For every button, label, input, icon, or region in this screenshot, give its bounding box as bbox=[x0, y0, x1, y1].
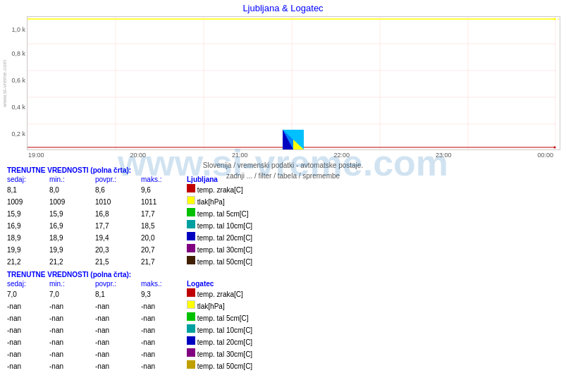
s2-row-6: -nan -nan -nan -nan temp. tal 30cm[C] bbox=[7, 348, 559, 360]
color-s2r4 bbox=[187, 324, 195, 333]
color-s1r2 bbox=[187, 196, 195, 204]
x-label-0000: 00:00 bbox=[537, 152, 553, 159]
s2-row-1: 7,0 7,0 8,1 9,3 temp. zraka[C] bbox=[7, 288, 559, 300]
y-label-2: 0,8 k bbox=[11, 50, 25, 57]
color-s2r7 bbox=[187, 360, 195, 369]
color-s1r7 bbox=[187, 256, 195, 264]
y-label-5: 0,2 k bbox=[11, 130, 25, 137]
color-s1r1 bbox=[187, 184, 195, 192]
y-label-3: 0,6 k bbox=[11, 77, 25, 84]
y-label-1: 1,0 k bbox=[11, 26, 25, 33]
s1-row-2: 1009 1009 1010 1011 tlak[hPa] bbox=[7, 196, 559, 208]
chart-title: Ljubljana & Logatec bbox=[0, 0, 566, 13]
section2-title: TRENUTNE VREDNOSTI (polna črta): bbox=[7, 271, 559, 278]
x-axis: 19:00 20:00 21:00 22:00 23:00 00:00 bbox=[28, 150, 559, 159]
x-label-2000: 20:00 bbox=[130, 152, 146, 159]
color-s1r3 bbox=[187, 208, 195, 216]
s1-row-4: 16,9 16,9 17,7 18,5 temp. tal 10cm[C] bbox=[7, 220, 559, 232]
s1-row-3: 15,9 15,9 16,8 17,7 temp. tal 5cm[C] bbox=[7, 208, 559, 220]
s1-row-7: 21,2 21,2 21,5 21,7 temp. tal 50cm[C] bbox=[7, 256, 559, 268]
s2-row-7: -nan -nan -nan -nan temp. tal 50cm[C] bbox=[7, 360, 559, 372]
s2-row-3: -nan -nan -nan -nan temp. tal 5cm[C] bbox=[7, 312, 559, 324]
section2-header: sedaj: min.: povpr.: maks.: Logatec bbox=[7, 280, 559, 288]
color-s2r6 bbox=[187, 348, 195, 357]
s2-row-4: -nan -nan -nan -nan temp. tal 10cm[C] bbox=[7, 324, 559, 336]
x-label-2200: 22:00 bbox=[333, 152, 350, 159]
svg-point-20 bbox=[554, 18, 556, 20]
title-logatec: Logatec bbox=[290, 3, 323, 13]
subtitle-line1: Slovenija / vremenski podatki - avtomats… bbox=[0, 160, 566, 171]
color-s2r2 bbox=[187, 300, 195, 309]
s1-row-6: 19,9 19,9 20,3 20,7 temp. tal 30cm[C] bbox=[7, 244, 559, 256]
subtitle: Slovenija / vremenski podatki - avtomats… bbox=[0, 160, 566, 181]
header2-min: min.: bbox=[49, 280, 95, 288]
color-s2r3 bbox=[187, 312, 195, 321]
header2-povpr: povpr.: bbox=[95, 280, 141, 288]
x-label-1900: 19:00 bbox=[28, 152, 44, 159]
x-label-2300: 23:00 bbox=[436, 152, 452, 159]
color-s1r4 bbox=[187, 220, 195, 228]
s2-row-2: -nan -nan -nan -nan tlak[hPa] bbox=[7, 300, 559, 312]
color-s1r6 bbox=[187, 244, 195, 252]
title-ljubljana: Ljubljana bbox=[242, 3, 279, 13]
s2-row-5: -nan -nan -nan -nan temp. tal 20cm[C] bbox=[7, 336, 559, 348]
x-label-2100: 21:00 bbox=[232, 152, 248, 159]
side-watermark: www.si-vreme.com bbox=[2, 59, 8, 106]
svg-point-21 bbox=[554, 147, 556, 149]
subtitle-line2: zadnji ... / filter / tabela / spremembe bbox=[0, 171, 566, 181]
color-s2r1 bbox=[187, 288, 195, 297]
color-s1r5 bbox=[187, 232, 195, 240]
data-tables: TRENUTNE VREDNOSTI (polna črta): sedaj: … bbox=[0, 162, 566, 374]
header2-station: Logatec bbox=[187, 280, 328, 288]
section-logatec: TRENUTNE VREDNOSTI (polna črta): sedaj: … bbox=[7, 271, 559, 372]
chart-area: Ljubljana & Logatec 1,0 k 0,8 k 0,6 k 0,… bbox=[0, 0, 566, 162]
section-ljubljana: TRENUTNE VREDNOSTI (polna črta): sedaj: … bbox=[7, 166, 559, 268]
s1-row-5: 18,9 18,9 19,4 20,0 temp. tal 20cm[C] bbox=[7, 232, 559, 244]
header2-sedaj: sedaj: bbox=[7, 280, 49, 288]
s1-row-1: 8,1 8,0 8,6 9,6 temp. zraka[C] bbox=[7, 184, 559, 196]
header2-maks: maks.: bbox=[141, 280, 187, 288]
chart-svg bbox=[27, 16, 560, 150]
color-s2r5 bbox=[187, 336, 195, 345]
title-amp: & bbox=[279, 3, 290, 13]
y-label-4: 0,4 k bbox=[11, 104, 25, 111]
